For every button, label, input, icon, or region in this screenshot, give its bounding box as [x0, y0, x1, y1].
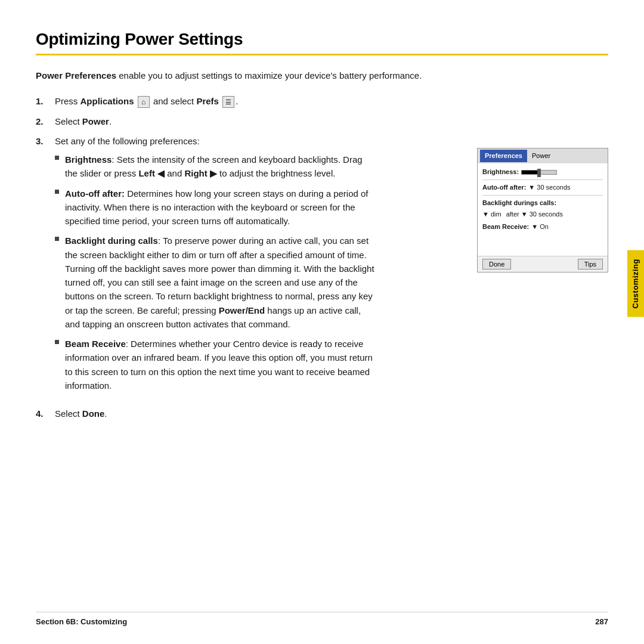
prefs-tab-power: Power: [527, 150, 555, 162]
arrow-left-icon: ◀: [157, 168, 165, 178]
page-footer: Section 6B: Customizing 287: [36, 612, 608, 626]
backlight-text1: To preserve power during an active call,…: [65, 236, 374, 315]
intro-rest: enable you to adjust settings to maximiz…: [116, 70, 422, 80]
left-label: Left: [138, 168, 155, 178]
prefs-divider-1: [482, 179, 603, 180]
step-1-content: Press Applications ⌂ and select Prefs ☰.: [55, 94, 608, 108]
and-right-text: and: [165, 168, 184, 178]
prefs-autooff-row: Auto-off after: ▼ 30 seconds: [482, 182, 603, 193]
step-4-period: .: [104, 408, 107, 419]
step-3-number: 3.: [36, 134, 55, 148]
step-2-select: Select: [55, 116, 82, 126]
beam-label: Beam Receive: [65, 339, 126, 349]
step-1-applications: Applications: [80, 96, 134, 106]
prefs-tab-active: Preferences: [480, 150, 527, 162]
applications-icon: ⌂: [138, 96, 150, 108]
brightness-thumb: [537, 169, 541, 177]
step-2-power: Power: [82, 116, 109, 126]
brightness-slider: [521, 170, 557, 175]
prefs-dim-value: ▼ dim: [482, 209, 501, 219]
beam-content: Beam Receive: Determines whether your Ce…: [65, 337, 375, 392]
prefs-backlight-section: Backlight durings calls:: [482, 198, 603, 208]
prefs-brightness-row: Brightness:: [482, 167, 603, 177]
sub-item-backlight: Backlight during calls: To preserve powe…: [55, 234, 465, 331]
intro-bold: Power Preferences: [36, 70, 116, 80]
prefs-icon: ☰: [222, 96, 234, 108]
brightness-text2: to adjust the brightness level.: [217, 168, 335, 178]
prefs-autooff-value: ▼ 30 seconds: [528, 182, 570, 193]
step-2: 2. Select Power.: [36, 114, 608, 128]
footer-section: Section 6B: Customizing: [36, 617, 127, 626]
step-2-period: .: [109, 116, 112, 126]
prefs-spacer: [482, 234, 603, 252]
prefs-beam-row: Beam Receive: ▼ On: [482, 222, 603, 232]
power-end-label: Power/End: [219, 305, 265, 315]
page-title: Optimizing Power Settings: [36, 30, 608, 49]
prefs-after-value: after ▼ 30 seconds: [506, 209, 563, 219]
prefs-divider-2: [482, 195, 603, 196]
footer-page-number: 287: [595, 617, 608, 626]
house-icon: ⌂: [141, 97, 145, 108]
bullet-backlight: [55, 237, 59, 241]
tips-button[interactable]: Tips: [578, 259, 603, 270]
autooff-content: Auto-off after: Determines how long your…: [65, 187, 375, 228]
step-4-content: Select Done.: [55, 407, 608, 420]
backlight-label: Backlight during calls: [65, 236, 158, 246]
prefs-panel: Preferences Power Brightness:: [477, 148, 608, 273]
brightness-label: Brightness: [65, 154, 112, 165]
intro-text: Power Preferences enable you to adjust s…: [36, 69, 555, 82]
autooff-label: Auto-off after:: [65, 188, 125, 199]
step-3: 3. Set any of the following preferences:…: [36, 134, 608, 398]
bullet-brightness: [55, 156, 59, 160]
step-4-done: Done: [82, 408, 105, 419]
step-1-period: .: [236, 96, 238, 106]
step-1-prefs: Prefs: [196, 96, 219, 106]
prefs-body: Brightness: Auto-off after: ▼: [478, 163, 608, 256]
right-label: Right: [184, 168, 207, 178]
step-2-content: Select Power.: [55, 114, 608, 128]
prefs-backlight-row: ▼ dim after ▼ 30 seconds: [482, 209, 603, 219]
sub-item-beam: Beam Receive: Determines whether your Ce…: [55, 337, 465, 392]
bullet-autooff: [55, 190, 59, 194]
prefs-header: Preferences Power: [478, 148, 608, 163]
prefs-autooff-label: Auto-off after:: [482, 182, 526, 193]
main-steps: 1. Press Applications ⌂ and select Prefs…: [36, 94, 608, 420]
step-4-number: 4.: [36, 407, 55, 420]
brightness-track: [521, 170, 557, 175]
side-tab: Customizing: [627, 250, 644, 317]
backlight-content: Backlight during calls: To preserve powe…: [65, 234, 375, 331]
step3-text-block: Brightness: Sets the intensity of the sc…: [55, 148, 465, 398]
sub-item-brightness: Brightness: Sets the intensity of the sc…: [55, 153, 465, 181]
step-1: 1. Press Applications ⌂ and select Prefs…: [36, 94, 608, 108]
prefs-brightness-label: Brightness:: [482, 167, 519, 177]
bullet-beam: [55, 340, 59, 344]
sub-list: Brightness: Sets the intensity of the sc…: [55, 153, 465, 392]
step-3-text: Set any of the following preferences:: [55, 136, 200, 146]
step-1-press: Press: [55, 96, 80, 106]
step3-container: Brightness: Sets the intensity of the sc…: [55, 148, 608, 398]
page-container: Optimizing Power Settings Power Preferen…: [0, 0, 644, 644]
prefs-footer: Done Tips: [478, 256, 608, 272]
step-4: 4. Select Done.: [36, 407, 608, 420]
list-icon: ☰: [225, 97, 231, 107]
arrow-right-icon: ▶: [210, 168, 217, 178]
prefs-beam-value: ▼ On: [531, 222, 549, 232]
step-2-number: 2.: [36, 114, 55, 128]
prefs-beam-label: Beam Receive:: [482, 222, 529, 232]
step-1-number: 1.: [36, 94, 55, 108]
step-3-content: Set any of the following preferences: Br…: [55, 134, 608, 398]
brightness-content: Brightness: Sets the intensity of the sc…: [65, 153, 375, 181]
step-4-select: Select: [55, 408, 82, 419]
done-button[interactable]: Done: [482, 259, 511, 270]
sub-item-autooff: Auto-off after: Determines how long your…: [55, 187, 465, 228]
title-underline: [36, 54, 608, 55]
step-1-and-select: and select: [153, 96, 197, 106]
